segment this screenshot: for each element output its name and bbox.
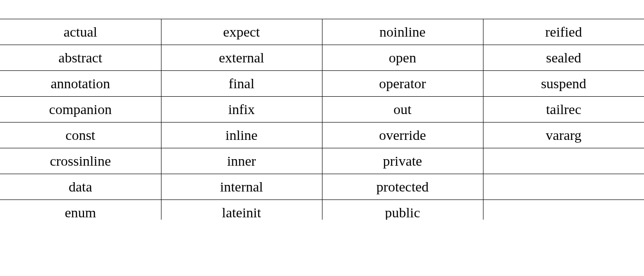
table-cell: const — [0, 123, 161, 148]
table-cell: noinline — [322, 19, 483, 45]
table-body: actual expect noinline reified abstract … — [0, 19, 644, 220]
table-cell: public — [322, 200, 483, 220]
table-cell: private — [322, 148, 483, 174]
table-row: enum lateinit public — [0, 200, 644, 220]
table-row: crossinline inner private — [0, 148, 644, 174]
table-cell: expect — [161, 19, 322, 45]
table-cell: crossinline — [0, 148, 161, 174]
table-row: actual expect noinline reified — [0, 19, 644, 45]
table-row: const inline override vararg — [0, 123, 644, 148]
table-cell: infix — [161, 97, 322, 123]
table-cell: final — [161, 71, 322, 97]
table-cell: abstract — [0, 45, 161, 71]
table-cell: inner — [161, 148, 322, 174]
table-cell: tailrec — [483, 97, 644, 123]
table-cell: operator — [322, 71, 483, 97]
table-cell — [483, 174, 644, 200]
table-cell: external — [161, 45, 322, 71]
table-cell: inline — [161, 123, 322, 148]
table-cell — [483, 200, 644, 220]
table-cell: vararg — [483, 123, 644, 148]
table-cell: internal — [161, 174, 322, 200]
table-cell: companion — [0, 97, 161, 123]
table-cell: reified — [483, 19, 644, 45]
table-cell: protected — [322, 174, 483, 200]
table-cell: annotation — [0, 71, 161, 97]
table-cell — [483, 148, 644, 174]
table-cell: data — [0, 174, 161, 200]
table-row: annotation final operator suspend — [0, 71, 644, 97]
table-row: companion infix out tailrec — [0, 97, 644, 123]
table-cell: override — [322, 123, 483, 148]
table-cell: actual — [0, 19, 161, 45]
table-cell: open — [322, 45, 483, 71]
keywords-table: actual expect noinline reified abstract … — [0, 19, 644, 220]
table-cell: sealed — [483, 45, 644, 71]
table-cell: enum — [0, 200, 161, 220]
table-row: data internal protected — [0, 174, 644, 200]
table-cell: out — [322, 97, 483, 123]
table-row: abstract external open sealed — [0, 45, 644, 71]
table-cell: suspend — [483, 71, 644, 97]
table-cell: lateinit — [161, 200, 322, 220]
